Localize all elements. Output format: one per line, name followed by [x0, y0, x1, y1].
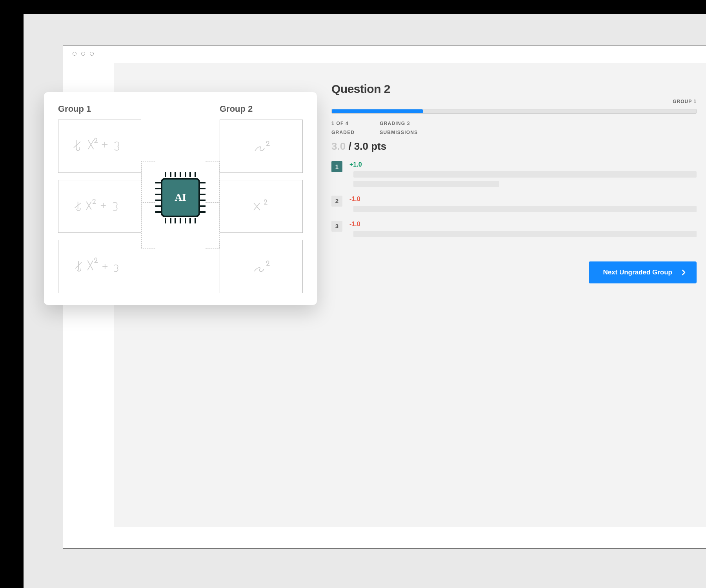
rubric-number: 1 [331, 161, 342, 172]
ai-chip-label: AI [175, 192, 186, 203]
handwriting-icon [71, 248, 129, 285]
rubric-item[interactable]: 3-1.0 [331, 221, 706, 240]
points-total: 3.0 pts [354, 140, 386, 152]
handwriting-icon [233, 188, 290, 225]
rubric-number: 3 [331, 221, 342, 232]
progress-bar [331, 109, 697, 114]
status-labels: 1 OF 4 GRADED GRADING 3 SUBMISSIONS [331, 119, 706, 137]
group-1-heading: Group 1 [58, 104, 141, 114]
rubric-body: -1.0 [349, 196, 706, 215]
graded-label: GRADED [331, 130, 355, 135]
rubric-description-placeholder [353, 171, 697, 178]
answer-thumbnail[interactable] [220, 120, 303, 173]
question-title: Question 2 [331, 82, 706, 96]
window-controls [73, 52, 94, 56]
handwriting-icon [71, 128, 129, 165]
rubric-description-placeholder [353, 181, 499, 187]
handwriting-icon [233, 248, 290, 285]
grading-count: GRADING 3 [380, 121, 410, 126]
group-1-column: Group 1 [58, 104, 141, 293]
rubric-point-delta: -1.0 [349, 221, 697, 228]
next-button-label: Next Ungraded Group [603, 269, 672, 276]
submissions-label: SUBMISSIONS [380, 130, 418, 135]
points-earned: 3.0 [331, 140, 346, 152]
progress-fill [332, 109, 423, 113]
points-display: 3.0 / 3.0 pts [331, 140, 706, 152]
rubric-description-placeholder [353, 231, 697, 237]
rubric-point-delta: +1.0 [349, 161, 697, 168]
answer-thumbnail[interactable] [220, 240, 303, 293]
answer-thumbnail[interactable] [58, 120, 141, 173]
rubric-number: 2 [331, 196, 342, 207]
rubric-point-delta: -1.0 [349, 196, 697, 203]
group-2-column: Group 2 [220, 104, 303, 293]
ai-chip-icon: AI [155, 169, 206, 228]
answer-thumbnail[interactable] [58, 240, 141, 293]
chevron-right-icon [682, 269, 686, 276]
window-dot-icon [81, 52, 85, 56]
answer-thumbnail[interactable] [220, 180, 303, 233]
rubric-item[interactable]: 2-1.0 [331, 196, 706, 215]
window-dot-icon [90, 52, 94, 56]
rubric-list: 1+1.02-1.03-1.0 [331, 161, 706, 240]
handwriting-icon [233, 128, 290, 165]
rubric-body: +1.0 [349, 161, 706, 190]
rubric-item[interactable]: 1+1.0 [331, 161, 706, 190]
current-group-label: GROUP 1 [673, 99, 697, 104]
answer-thumbnail[interactable] [58, 180, 141, 233]
handwriting-icon [71, 188, 129, 225]
rubric-body: -1.0 [349, 221, 706, 240]
next-ungraded-group-button[interactable]: Next Ungraded Group [589, 261, 697, 283]
graded-count: 1 OF 4 [331, 121, 349, 126]
grading-panel: Question 2 GROUP 1 1 OF 4 GRADED GRADING… [331, 82, 706, 283]
ai-chip-column: AI [155, 104, 206, 293]
stage: Question 2 GROUP 1 1 OF 4 GRADED GRADING… [0, 0, 706, 588]
group-2-heading: Group 2 [220, 104, 303, 114]
window-dot-icon [73, 52, 76, 56]
rubric-description-placeholder [353, 206, 697, 212]
answer-groups-card: Group 1 [44, 92, 317, 305]
